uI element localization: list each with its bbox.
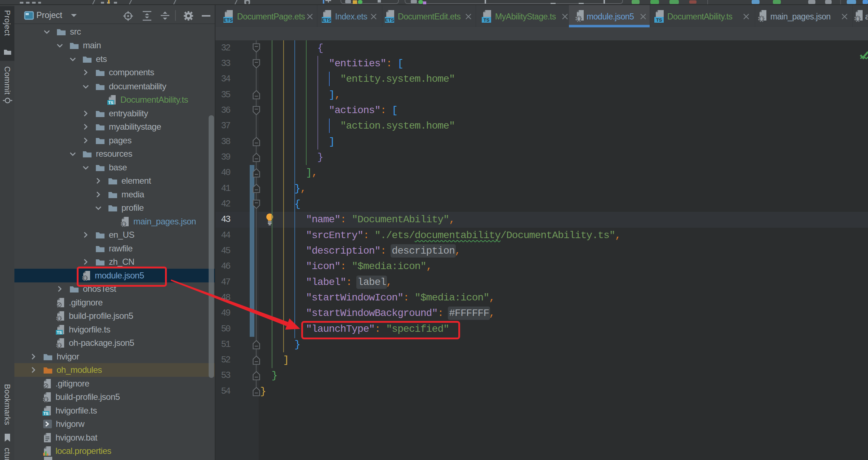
svg-text:ETS: ETS [322, 17, 331, 23]
svg-text:TS: TS [656, 17, 662, 23]
svg-text:{}: {} [576, 17, 581, 22]
svg-text:TS: TS [57, 330, 62, 335]
svg-text:ETS: ETS [223, 17, 233, 23]
svg-text:{}: {} [57, 344, 62, 348]
svg-text:TS: TS [108, 101, 113, 105]
svg-text:{}: {} [121, 222, 126, 227]
svg-text:TS: TS [43, 411, 48, 416]
svg-text:TS: TS [484, 17, 490, 23]
svg-text:{}: {} [57, 317, 62, 321]
svg-text:{}: {} [44, 398, 48, 402]
svg-text:{}: {} [759, 17, 764, 22]
svg-text:ETS: ETS [385, 17, 394, 23]
svg-text:{}: {} [855, 17, 860, 22]
